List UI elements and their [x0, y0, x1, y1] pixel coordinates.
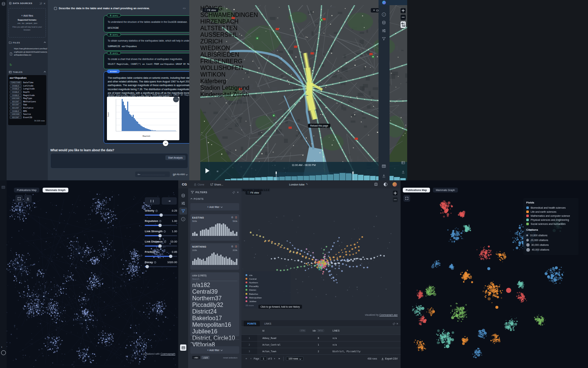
- legend-row[interactable]: Metropolitan: [245, 296, 289, 299]
- legend-row[interactable]: Piccadilly: [245, 284, 289, 288]
- tab-publications-map[interactable]: Publications Map: [14, 188, 39, 192]
- selection-handle-right[interactable]: [352, 171, 354, 174]
- slider-thumb[interactable]: [159, 213, 163, 217]
- collapse-icon[interactable]: [190, 198, 193, 200]
- table-icon[interactable]: [382, 164, 386, 168]
- unpin-icon[interactable]: [39, 2, 42, 5]
- pin-icon[interactable]: [232, 191, 235, 194]
- file-menu-icon[interactable]: ⋯: [45, 52, 47, 54]
- step-button[interactable]: ⇥: [162, 197, 177, 205]
- pin-icon[interactable]: [392, 322, 395, 325]
- trash-icon[interactable]: [235, 216, 237, 219]
- slider-track[interactable]: [145, 235, 177, 236]
- prompt-input[interactable]: Start Analysis: [50, 153, 188, 169]
- model-select[interactable]: gpt-4o-mini: [172, 171, 189, 177]
- gear-icon[interactable]: ⚙: [231, 245, 233, 248]
- collapse-answer-button[interactable]: [163, 141, 168, 146]
- add-files-dropzone[interactable]: + Add files Supported formats: .csv, .ts…: [8, 8, 46, 38]
- zoom-in-button[interactable]: +: [401, 8, 406, 13]
- selection-handle-left[interactable]: [276, 171, 277, 174]
- gear-icon[interactable]: ⚙: [231, 216, 233, 219]
- slider-track[interactable]: [145, 256, 177, 257]
- northing-filter-card[interactable]: NORTHING ⚙ 160k200k: [190, 243, 239, 270]
- reset-selection-link[interactable]: reset selection: [223, 357, 237, 359]
- database-icon[interactable]: [382, 21, 386, 25]
- slider-track[interactable]: [145, 225, 177, 226]
- slider-track[interactable]: [145, 245, 177, 247]
- legend-row[interactable]: Central: [245, 277, 289, 280]
- earthquakes-table-card[interactable]: earthquakes TIMESTAMPDateTimeDOUBLELatit…: [8, 75, 46, 125]
- col-idx[interactable]: idx: [313, 329, 316, 332]
- filter-icon[interactable]: [181, 209, 185, 213]
- field-legend-row[interactable]: Biomedical and health sciences: [526, 206, 576, 210]
- fullscreen-button[interactable]: [15, 195, 23, 202]
- start-analysis-button[interactable]: Start Analysis: [165, 155, 186, 160]
- info-icon[interactable]: i: [382, 13, 386, 17]
- add-points-filter-button[interactable]: + Add filter: [190, 203, 239, 210]
- fit-view-button[interactable]: ⛶Fit view: [202, 8, 218, 12]
- export-csv-button[interactable]: Export CSV: [381, 357, 398, 360]
- easting-histogram[interactable]: [192, 223, 237, 236]
- citation-legend-row[interactable]: 10,000 citations: [526, 233, 576, 238]
- slider-track[interactable]: [145, 215, 177, 216]
- table-row[interactable]: 2Acton_Central1n/a: [241, 341, 401, 348]
- legend-row[interactable]: n/a: [245, 273, 289, 277]
- line-category-row[interactable]: Metropolitan16: [192, 322, 237, 328]
- station-label[interactable]: Woodside: [241, 188, 254, 191]
- cosmograph-link[interactable]: Cosmograph.app: [379, 314, 398, 316]
- edit-icon[interactable]: ✎: [306, 183, 308, 186]
- export-icon[interactable]: [382, 174, 386, 178]
- avatar[interactable]: [392, 182, 397, 187]
- line-category-row[interactable]: Northern37: [192, 295, 237, 302]
- export-icon[interactable]: [401, 170, 405, 174]
- legend-row[interactable]: Northern: [245, 280, 289, 284]
- tab-mammals-graph[interactable]: Mammals Graph: [43, 188, 68, 192]
- cg-logo[interactable]: CG: [182, 183, 187, 186]
- fullscreen-button[interactable]: [404, 195, 410, 202]
- add-links-filter-button[interactable]: + Add filter: [190, 346, 239, 354]
- book-icon[interactable]: [374, 183, 378, 186]
- table-toggle-button[interactable]: [180, 344, 186, 351]
- trash-icon[interactable]: [235, 245, 237, 248]
- more-actions-button[interactable]: ⋯: [173, 96, 179, 102]
- table-icon[interactable]: [401, 161, 405, 164]
- earthquake-chart[interactable]: Magnitude Count: [107, 97, 179, 140]
- slider-thumb[interactable]: [158, 244, 162, 248]
- slider-thumb[interactable]: [158, 234, 162, 237]
- layers-slider-icon[interactable]: [382, 29, 386, 33]
- line-category-row[interactable]: Central39: [192, 289, 237, 295]
- close-icon[interactable]: ✕: [396, 322, 398, 325]
- timeline-selection[interactable]: [276, 172, 353, 180]
- sort-abc-button[interactable]: ↑ABC: [192, 356, 200, 359]
- field-legend-row[interactable]: Social sciences and humanities: [526, 222, 576, 226]
- line-category-row[interactable]: District24: [192, 308, 237, 315]
- line-category-row[interactable]: Jubilee16: [192, 328, 237, 335]
- tab-links[interactable]: LINKS: [261, 321, 275, 326]
- easting-filter-card[interactable]: EASTING ⚙ 500k560k: [190, 214, 239, 241]
- col-lines[interactable]: LINES: [328, 329, 340, 332]
- prev-page-button[interactable]: ‹: [249, 357, 252, 360]
- color-lines-filter-card[interactable]: color (LINES) Search... n/a182Central39N…: [190, 272, 239, 336]
- tab-mammals-graph[interactable]: Mammals Graph: [433, 188, 458, 192]
- settings-slider-icon[interactable]: [181, 201, 185, 205]
- last-page-button[interactable]: »: [277, 357, 281, 360]
- slider-track[interactable]: [145, 266, 177, 267]
- theme-toggle-icon[interactable]: [384, 183, 387, 186]
- tab-points[interactable]: POINTS: [244, 321, 260, 326]
- search-input[interactable]: Search...: [192, 277, 237, 281]
- field-legend-row[interactable]: Mathematics and computer science: [526, 214, 576, 218]
- close-icon[interactable]: ✕: [237, 191, 239, 194]
- legend-row[interactable]: Bakerloo: [245, 292, 289, 296]
- file-url[interactable]: https://raw.githubusercontent.com/kepler…: [14, 47, 48, 57]
- tab-publications-map[interactable]: Publications Map: [403, 188, 430, 192]
- field-legend-row[interactable]: Life and earth sciences: [526, 210, 576, 214]
- page-input[interactable]: 1: [260, 357, 267, 361]
- northing-histogram[interactable]: [192, 252, 237, 265]
- collapse-icon[interactable]: [190, 342, 193, 344]
- legend-row[interactable]: District: [245, 288, 289, 292]
- col-id[interactable]: id: [262, 329, 264, 332]
- histogram-filter-button[interactable]: ⇅: [401, 21, 406, 28]
- timeline-settings-icon[interactable]: ≋: [216, 170, 219, 173]
- slider-thumb[interactable]: [169, 255, 172, 258]
- share-button[interactable]: Share...: [210, 183, 223, 186]
